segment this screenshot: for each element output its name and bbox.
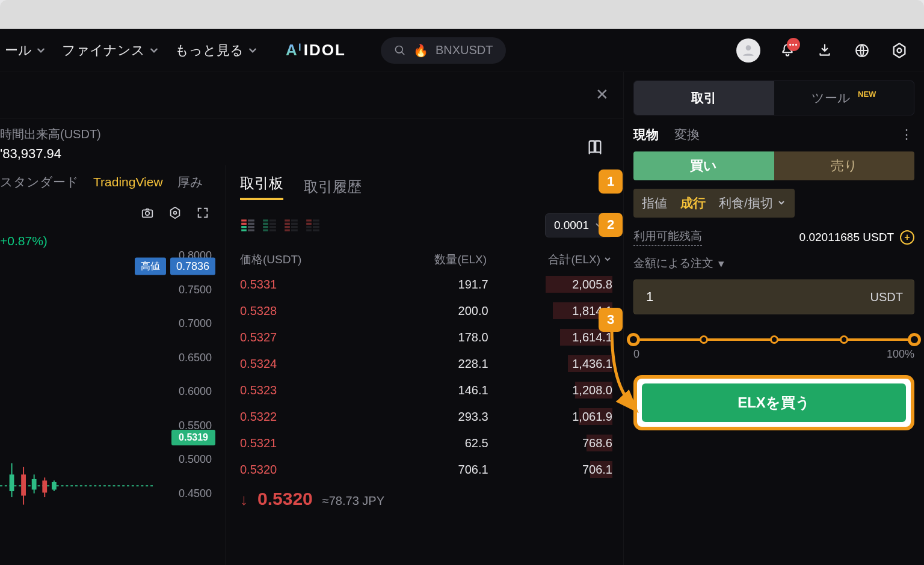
screenshot-button[interactable] bbox=[137, 203, 158, 223]
add-funds-icon[interactable]: + bbox=[900, 230, 914, 245]
mid-price: 0.5320 bbox=[257, 489, 313, 509]
bell-badge: ••• bbox=[787, 38, 800, 51]
nav-item-finance[interactable]: ファイナンス bbox=[62, 41, 158, 60]
svg-rect-11 bbox=[21, 474, 26, 495]
submit-buy-button[interactable]: ELXを買う bbox=[642, 383, 906, 422]
svg-rect-47 bbox=[313, 223, 319, 225]
chart-settings-button[interactable] bbox=[165, 203, 185, 223]
settings-button[interactable] bbox=[889, 40, 910, 61]
nav-label: ファイナンス bbox=[62, 41, 145, 60]
notifications-button[interactable]: ••• bbox=[777, 40, 798, 61]
svg-rect-48 bbox=[313, 226, 319, 228]
brand-logo[interactable]: Aⁱ IDOL bbox=[286, 41, 346, 60]
sell-label: 売り bbox=[831, 157, 858, 175]
chart-mode-tabs: スタンダード TradingView 厚み bbox=[0, 174, 219, 191]
camera-icon bbox=[141, 206, 154, 219]
orderbook-row[interactable]: 0.5322293.31,061.9 bbox=[240, 408, 612, 425]
col-total: 合計(ELX) bbox=[548, 252, 600, 267]
language-button[interactable] bbox=[852, 40, 872, 61]
price-chart[interactable]: 0.80000.75000.70000.65000.60000.55000.50… bbox=[0, 248, 219, 565]
svg-rect-24 bbox=[248, 226, 254, 228]
tab-trade[interactable]: 取引 bbox=[634, 81, 774, 115]
orderbook-row[interactable]: 0.5324228.11,436.1 bbox=[240, 355, 612, 372]
tab-depth[interactable]: 厚み bbox=[177, 174, 203, 191]
chevron-down-icon bbox=[248, 46, 257, 55]
orderbook-row[interactable]: 0.5320706.1706.1 bbox=[240, 461, 612, 478]
depth-view-asks[interactable] bbox=[283, 218, 299, 233]
avatar[interactable] bbox=[736, 38, 760, 63]
tab-trade-history[interactable]: 取引履歴 bbox=[304, 177, 362, 197]
orderbook-row[interactable]: 0.5328200.01,814.1 bbox=[240, 302, 612, 319]
close-icon[interactable]: ✕ bbox=[596, 85, 609, 104]
tab-tools[interactable]: ツール NEW bbox=[774, 81, 914, 115]
chevron-down-icon bbox=[150, 46, 158, 55]
row-qty: 178.0 bbox=[375, 331, 488, 344]
buy-label: 買い bbox=[690, 157, 717, 175]
chevron-down-icon[interactable] bbox=[604, 255, 612, 264]
browser-tab-strip bbox=[0, 0, 924, 29]
volume-stat: 時間出来高(USDT) '83,937.94 bbox=[0, 126, 101, 162]
svg-rect-35 bbox=[285, 223, 290, 225]
svg-rect-18 bbox=[241, 219, 247, 221]
search-text: BNXUSDT bbox=[436, 43, 493, 57]
sell-toggle[interactable]: 売り bbox=[774, 151, 915, 180]
svg-rect-41 bbox=[291, 230, 298, 231]
amount-mode-dropdown[interactable]: 金額による注文 ▾ bbox=[633, 255, 914, 271]
amount-unit: USDT bbox=[870, 290, 903, 304]
subtab-spot[interactable]: 現物 bbox=[633, 126, 659, 143]
download-button[interactable] bbox=[815, 40, 835, 61]
slider-max: 100% bbox=[887, 348, 914, 361]
row-price: 0.5323 bbox=[240, 383, 375, 397]
step-1-num: 1 bbox=[607, 174, 614, 189]
step-2-num: 2 bbox=[607, 217, 614, 233]
y-axis-tick: 0.7000 bbox=[179, 317, 212, 330]
tab-orderbook[interactable]: 取引板 bbox=[240, 174, 283, 200]
logo-ai: Aⁱ bbox=[286, 41, 303, 60]
depth-view-both[interactable] bbox=[240, 218, 256, 233]
svg-rect-46 bbox=[313, 219, 319, 221]
search-input[interactable]: 🔥 BNXUSDT bbox=[381, 37, 507, 64]
tab-standard[interactable]: スタンダード bbox=[0, 174, 79, 191]
guide-button[interactable] bbox=[585, 137, 605, 157]
svg-rect-9 bbox=[10, 474, 14, 491]
svg-rect-13 bbox=[32, 479, 37, 490]
row-total: 1,814.1 bbox=[488, 304, 612, 318]
orderbook-row[interactable]: 0.532162.5768.6 bbox=[240, 435, 612, 451]
row-total: 1,061.9 bbox=[488, 410, 612, 424]
nav-label: ール bbox=[5, 41, 32, 60]
svg-rect-38 bbox=[291, 219, 298, 221]
ordertype-tpsl[interactable]: 利食/損切 bbox=[719, 195, 786, 212]
submit-buy-highlight: ELXを買う bbox=[633, 375, 914, 430]
panel-tabs: 取引 ツール NEW bbox=[633, 81, 914, 115]
orderbook-row[interactable]: 0.5327178.01,614.1 bbox=[240, 329, 612, 346]
row-total: 1,614.1 bbox=[488, 331, 612, 344]
y-axis-tick: 0.5000 bbox=[179, 453, 212, 466]
more-options-icon[interactable]: ⋮ bbox=[900, 127, 914, 142]
percent-slider[interactable]: 0 100% bbox=[633, 338, 914, 361]
row-price: 0.5320 bbox=[240, 463, 375, 477]
tab-tradingview[interactable]: TradingView bbox=[93, 175, 163, 189]
ordertype-limit[interactable]: 指値 bbox=[642, 195, 667, 212]
orderbook-row[interactable]: 0.5331191.72,005.8 bbox=[240, 276, 612, 293]
depth-view-grey[interactable] bbox=[305, 218, 321, 233]
svg-rect-15 bbox=[42, 480, 47, 492]
nav-item-tools[interactable]: ール bbox=[5, 41, 45, 60]
book-icon bbox=[587, 139, 603, 156]
amount-mode-label: 金額による注文 bbox=[633, 255, 713, 271]
orderbook-row[interactable]: 0.5323146.11,208.0 bbox=[240, 382, 612, 399]
svg-rect-31 bbox=[270, 223, 276, 225]
amount-input[interactable] bbox=[645, 289, 863, 305]
subtab-convert[interactable]: 変換 bbox=[674, 126, 700, 143]
ordertype-market[interactable]: 成行 bbox=[680, 195, 706, 212]
depth-view-bids[interactable] bbox=[262, 218, 277, 233]
nav-item-more[interactable]: もっと見る bbox=[175, 41, 257, 60]
row-qty: 191.7 bbox=[375, 278, 488, 292]
svg-rect-49 bbox=[313, 230, 319, 231]
row-total: 2,005.8 bbox=[488, 278, 612, 292]
volume-label: 時間出来高(USDT) bbox=[0, 126, 101, 142]
step-badge-1: 1 bbox=[599, 170, 623, 194]
high-value-badge: 0.7836 bbox=[170, 258, 215, 275]
fullscreen-button[interactable] bbox=[192, 203, 213, 223]
svg-point-3 bbox=[898, 48, 902, 52]
buy-toggle[interactable]: 買い bbox=[633, 151, 774, 180]
